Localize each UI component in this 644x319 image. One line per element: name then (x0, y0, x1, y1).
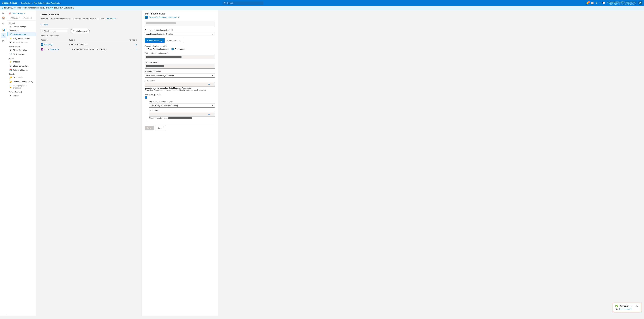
section-author: Author (7, 56, 36, 60)
row-azuresql-related: 12 (125, 44, 137, 46)
pencil-icon[interactable]: ✏ (1, 21, 6, 26)
monitor-icon[interactable]: 📊 (1, 27, 6, 32)
integration-runtime-info-icon[interactable]: ⓘ (171, 29, 173, 31)
save-button[interactable]: Save (145, 126, 154, 130)
nav-item-arm-template[interactable]: 📄 ARM template (7, 52, 36, 56)
section-general: General (7, 21, 36, 24)
nav-item-triggers[interactable]: ⚡ Triggers (7, 60, 36, 64)
key-store-auth-select[interactable]: User Assigned Managed Identity (149, 103, 215, 108)
radio-enter-manually-circle (172, 48, 174, 50)
annotations-button[interactable]: Annotations : Any (70, 29, 90, 33)
edit-external-icon: ↗ (178, 16, 180, 18)
row-dataverse-name[interactable]: D ( ) 🗑 Dataverse (41, 48, 69, 50)
col-name[interactable]: Name ⇅ (41, 39, 69, 41)
tab-connection-string[interactable]: Connection string (145, 38, 164, 43)
collapse-button[interactable]: ≫ (2, 11, 5, 15)
nav-item-microsoft-purview[interactable]: 👁 Microsoft Purview (7, 40, 36, 44)
home-icon[interactable]: 🏠 (1, 15, 6, 21)
fqdn-value-blur (146, 56, 182, 58)
delete-icon[interactable]: 🗑 (47, 48, 49, 50)
add-new-button[interactable]: ＋ + New (40, 22, 48, 27)
connection-tab-group: Connection string Azure Key Vault (145, 38, 215, 43)
filter-input-wrapper: ▽ (40, 29, 69, 33)
arm-icon: 📄 (9, 53, 12, 55)
connection-success-row: ✅ Connection successful (615, 304, 638, 307)
breadcrumb-factory-name[interactable]: Fae-Data-Migration-Accelerator (34, 2, 60, 4)
libraries-icon: 📚 (9, 69, 12, 71)
database-name-blur (146, 65, 164, 67)
publish-all-button[interactable]: ↑ Publish all (22, 17, 32, 20)
survey-link[interactable]: survey (48, 7, 53, 9)
credentials-select[interactable] (145, 82, 215, 86)
section-source-control: Source control (7, 44, 36, 48)
factory-icon: 🏭 (9, 12, 11, 14)
integration-runtime-group: Connect via integration runtime * ⓘ Auto… (145, 29, 215, 36)
tab-azure-key-vault[interactable]: Azure Key Vault (164, 38, 183, 43)
auth-type-select[interactable]: User Assigned Managed Identity (145, 73, 215, 78)
validate-icon: ✓ (9, 17, 11, 19)
credentials-edit-icon[interactable]: ✏ (208, 83, 210, 86)
filter-by-name-input[interactable] (44, 30, 68, 32)
manage-icon[interactable]: 🔧 (1, 33, 6, 38)
user-tenant: TEST_TEST_TECHFORSOCIALIMPACT (607, 3, 636, 5)
nav-item-integration-runtimes[interactable]: ⚡ Integration runtimes (7, 36, 36, 40)
breadcrumb-data-factory[interactable]: Data Factory (21, 2, 32, 4)
factory-header[interactable]: 🏭 Data Factory ▾ (7, 11, 36, 15)
edit-panel-footer: Save Cancel (145, 124, 215, 130)
integration-runtime-select[interactable]: AutoResolveIntegrationRuntime (145, 32, 215, 36)
always-encrypted-checkbox[interactable]: ✓ (145, 96, 147, 99)
name-input-area[interactable] (145, 21, 215, 27)
edit-learn-more-link[interactable]: Learn more (168, 16, 177, 18)
nav-item-git-configuration[interactable]: ◆ Git configuration (7, 48, 36, 52)
database-name-input[interactable] (145, 64, 215, 69)
settings-icon[interactable]: ⚙ (596, 2, 598, 4)
avatar[interactable]: CC (638, 1, 642, 5)
nav-item-managed-private-endpoints: 🔒 Managed private endpoints (7, 84, 36, 90)
feedback-icon[interactable]: 💬 (602, 2, 605, 4)
azuresql-icon: DB (41, 43, 43, 46)
always-encrypted-info-icon[interactable]: ⓘ (159, 93, 161, 96)
cancel-button[interactable]: Cancel (155, 126, 166, 130)
nav-item-data-flow-libraries[interactable]: 📚 Data flow libraries (7, 68, 36, 72)
account-selection-info-icon[interactable]: ⓘ (166, 45, 167, 47)
purview-icon: 👁 (9, 41, 12, 44)
nav-item-factory-settings[interactable]: ⚙ Factory settings (7, 24, 36, 29)
validate-all-button[interactable]: ✓ Validate all (9, 17, 20, 20)
credentials-select-wrapper: ✏ (145, 82, 215, 86)
credentials2-edit-icon[interactable]: ✏ (208, 113, 210, 116)
learn-more-link[interactable]: Learn more (106, 17, 116, 20)
radio-from-azure[interactable]: From Azure subscription (145, 48, 168, 50)
always-encrypted-checkbox-group: ✓ (145, 96, 215, 99)
help-icon[interactable]: ? (599, 2, 600, 4)
database-name-label: Database name * (145, 62, 215, 64)
nav-item-airflow[interactable]: ✈ Airflow (7, 93, 36, 98)
notifications-icon[interactable]: 🔔1 (586, 2, 589, 4)
row-azuresql-name[interactable]: DB AzureSQL (41, 43, 69, 46)
shield-icon[interactable]: 🛡 (1, 39, 6, 44)
col-type[interactable]: Type ⇅ (69, 39, 125, 41)
nav-panel: 🏭 Data Factory ▾ ✓ Validate all ↑ Publis… (7, 10, 36, 316)
nav-item-customer-managed-key[interactable]: 🔐 Customer managed key (7, 80, 36, 84)
fqdn-input[interactable] (145, 55, 215, 60)
managed-identity2-blur (168, 117, 192, 119)
always-encrypted-label: Always encrypted ⓘ (145, 93, 215, 96)
cloud-shell-icon[interactable]: ⬜ (591, 2, 594, 4)
nav-item-credentials[interactable]: 🔑 Credentials (7, 76, 36, 80)
factory-label: Data Factory (12, 12, 23, 14)
search-input[interactable] (227, 2, 262, 4)
radio-enter-manually[interactable]: Enter manually (172, 48, 187, 50)
test-connection-icon: 🔌 (615, 308, 618, 310)
info-icon: ℹ (2, 7, 3, 9)
nav-item-linked-services[interactable]: 🔗 Linked services (7, 32, 36, 36)
publish-icon: ↑ (22, 17, 23, 19)
triggers-icon: ⚡ (9, 60, 12, 63)
credentials2-select[interactable] (149, 112, 215, 116)
nav-item-global-parameters[interactable]: ⚙ Global parameters (7, 64, 36, 68)
test-connection-row[interactable]: 🔌 Test connection (615, 308, 638, 310)
brand-name: Microsoft Azure (2, 2, 17, 4)
col-related[interactable]: Related ⇅ (125, 39, 137, 41)
section-security: Security (7, 72, 36, 76)
account-selection-radio-group: From Azure subscription Enter manually (145, 48, 215, 50)
fqdn-group: Fully qualified domain name * (145, 52, 215, 60)
auth-type-group: Authentication type * User Assigned Mana… (145, 71, 215, 78)
